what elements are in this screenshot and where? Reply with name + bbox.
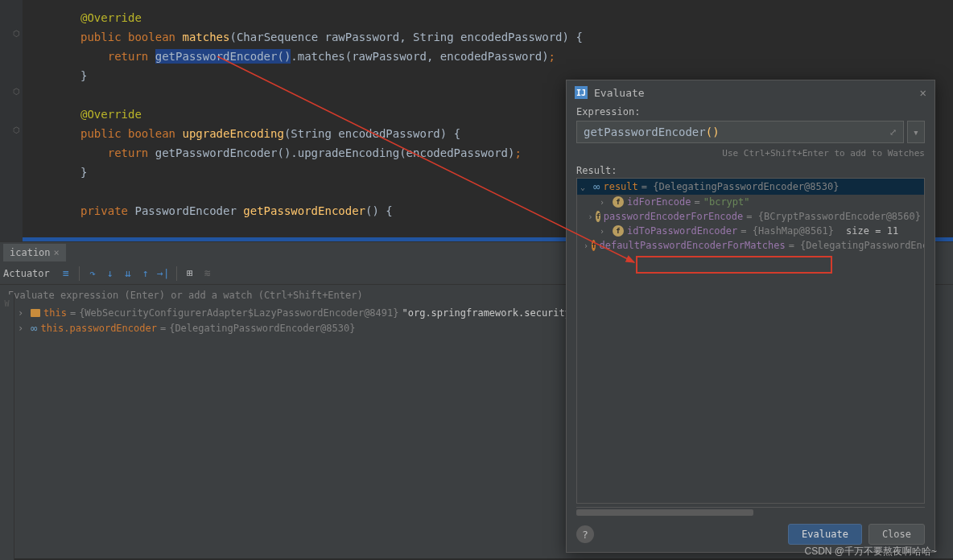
watermark: CSDN @千万不要熬夜啊哈哈~	[804, 545, 937, 558]
run-to-cursor-icon[interactable]: →|	[157, 267, 170, 280]
gutter-impl-icon: ⬡	[13, 87, 19, 97]
expand-icon[interactable]: ›	[588, 212, 592, 221]
tree-row-result[interactable]: ⌄ result = {DelegatingPasswordEncoder@85…	[577, 179, 924, 195]
expand-editor-icon[interactable]: ⤢	[889, 127, 897, 138]
evaluate-button[interactable]: Evaluate	[788, 524, 862, 545]
tree-node-value: = {HashMap@8561}	[741, 225, 834, 237]
expand-icon[interactable]: ›	[18, 307, 27, 319]
app-icon: IJ	[575, 86, 588, 99]
var-name: this.passwordEncoder	[40, 323, 157, 334]
gutter: ⬡ ⬡ ⬡	[0, 0, 23, 241]
var-value: {DelegatingPasswordEncoder@8530}	[169, 323, 355, 334]
gutter-impl-icon: ⬡	[13, 29, 19, 39]
scrollbar-thumb[interactable]	[576, 509, 753, 516]
step-over-icon[interactable]: ↷	[86, 267, 99, 280]
left-tool-stub: W	[0, 294, 14, 560]
result-tree[interactable]: ⌄ result = {DelegatingPasswordEncoder@85…	[576, 178, 925, 504]
chain-icon	[593, 180, 600, 193]
tree-row-field[interactable]: › f passwordEncoderForEncode = {BCryptPa…	[577, 209, 924, 224]
tree-node-name: idToPasswordEncoder	[627, 225, 737, 237]
highlighted-call: getPasswordEncoder()	[155, 49, 291, 64]
close-icon[interactable]: ✕	[920, 86, 926, 99]
help-icon[interactable]: ?	[576, 525, 594, 543]
tree-node-size: size = 11	[846, 225, 898, 237]
tree-node-value: "bcrypt"	[703, 196, 750, 208]
expand-icon[interactable]: ›	[600, 227, 609, 236]
collapse-icon[interactable]: ⌄	[580, 183, 590, 191]
expand-icon[interactable]: ›	[18, 323, 27, 334]
expand-icon[interactable]: ›	[600, 198, 609, 207]
var-value: {WebSecurityConfigurerAdapter$LazyPasswo…	[79, 307, 398, 319]
var-name: this	[43, 307, 67, 319]
tree-node-name: result	[603, 181, 637, 192]
chain-icon	[31, 322, 37, 335]
tree-node-value: = {DelegatingPasswordEncod	[789, 240, 925, 251]
horizontal-scrollbar[interactable]	[576, 507, 925, 517]
force-step-icon[interactable]: ⇊	[122, 267, 134, 280]
tree-node-name: passwordEncoderForEncode	[604, 211, 743, 222]
expression-label: Expression:	[567, 105, 934, 119]
step-out-icon[interactable]: ↑	[139, 267, 152, 280]
evaluate-dialog: IJ Evaluate ✕ Expression: getPasswordEnc…	[566, 80, 935, 553]
expression-input[interactable]: getPasswordEncoder() ⤢	[576, 121, 904, 143]
annotation: @Override	[80, 108, 142, 121]
expand-icon[interactable]: ›	[584, 241, 588, 250]
tree-row-field[interactable]: › f idToPasswordEncoder = {HashMap@8561}…	[577, 224, 924, 238]
tree-row-field[interactable]: › f defaultPasswordEncoderForMatches = {…	[577, 238, 924, 253]
tree-node-name: idForEncode	[627, 196, 691, 208]
result-label: Result:	[567, 163, 934, 178]
field-icon: f	[592, 240, 596, 251]
actuator-label: Actuator	[3, 268, 50, 279]
field-icon: f	[613, 196, 624, 208]
tree-node-value: = {BCryptPasswordEncoder@8560}	[746, 211, 921, 222]
tree-row-field[interactable]: › f idForEncode = "bcrypt"	[577, 195, 924, 209]
evaluate-icon[interactable]: ⊞	[184, 267, 196, 280]
debug-tab[interactable]: ication×	[3, 244, 66, 261]
annotation: @Override	[80, 11, 142, 24]
tree-node-name: defaultPasswordEncoderForMatches	[599, 240, 785, 251]
gutter-impl-icon: ⬡	[13, 126, 19, 135]
dialog-titlebar[interactable]: IJ Evaluate ✕	[567, 80, 934, 105]
step-into-icon[interactable]: ↓	[104, 267, 117, 280]
struct-icon	[31, 309, 40, 317]
threads-icon[interactable]: ≡	[60, 267, 72, 280]
field-icon: f	[613, 225, 624, 237]
history-dropdown-icon[interactable]: ▾	[907, 121, 925, 143]
close-icon[interactable]: ×	[54, 247, 60, 258]
dialog-title: Evaluate	[594, 87, 645, 99]
field-icon: f	[596, 211, 600, 222]
expression-hint: Use Ctrl+Shift+Enter to add to Watches	[567, 145, 934, 163]
tree-node-value: = {DelegatingPasswordEncoder@8530}	[642, 181, 840, 192]
close-button[interactable]: Close	[868, 524, 925, 545]
trace-icon[interactable]: ≋	[201, 267, 214, 280]
